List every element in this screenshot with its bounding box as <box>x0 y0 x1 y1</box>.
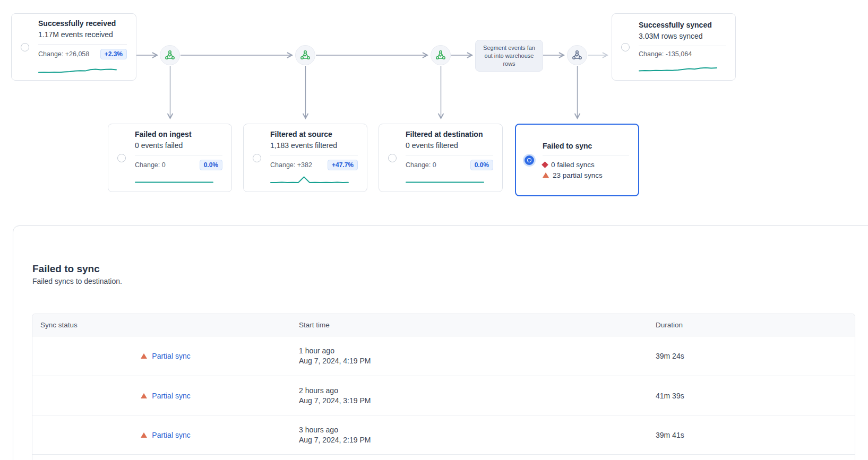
partial-syncs-count: 23 partial syncs <box>553 171 603 179</box>
warning-triangle-icon <box>543 172 549 178</box>
card-title: Successfully synced <box>639 20 726 30</box>
failed-to-sync-panel: Failed to sync Failed syncs to destinati… <box>13 225 868 460</box>
table-row: Partial sync 3 hours ago Aug 7, 2024, 2:… <box>32 415 855 454</box>
change-label: Change: 0 <box>406 161 436 169</box>
card-divider <box>543 155 629 155</box>
radio-successfully-received[interactable] <box>21 43 29 51</box>
sync-table: Sync status Start time Duration Partial … <box>32 314 855 460</box>
card-divider <box>135 155 222 155</box>
change-label: Change: +382 <box>270 161 312 169</box>
fanout-note: Segment events fan out into warehouse ro… <box>475 40 543 72</box>
warning-triangle-icon <box>141 432 147 438</box>
sparkline <box>135 175 213 187</box>
error-diamond-icon <box>542 161 548 168</box>
change-label: Change: +26,058 <box>38 50 89 58</box>
radio-successfully-synced[interactable] <box>621 43 630 51</box>
partial-sync-link[interactable]: Partial sync <box>152 352 190 360</box>
column-header-sync-status: Sync status <box>32 314 291 336</box>
card-subtitle: 0 events failed <box>135 141 222 151</box>
partial-sync-link[interactable]: Partial sync <box>152 392 190 400</box>
metric-card-filtered-at-destination[interactable]: Filtered at destination 0 events filtere… <box>379 124 503 192</box>
table-row: Partial sync 1 hour ago Aug 7, 2024, 4:1… <box>32 336 855 376</box>
table-row-partial <box>32 454 855 460</box>
metric-card-failed-to-sync[interactable]: Failed to sync 0 failed syncs 23 partial… <box>515 124 639 196</box>
column-header-duration: Duration <box>648 314 855 336</box>
card-divider <box>270 155 358 155</box>
radio-failed-to-sync[interactable] <box>525 155 534 165</box>
card-divider <box>639 46 726 46</box>
metric-card-successfully-received[interactable]: Successfully received 1.17M events recei… <box>11 13 136 81</box>
sparkline <box>38 64 117 76</box>
change-badge: +47.7% <box>328 160 358 170</box>
card-title: Filtered at destination <box>406 129 493 139</box>
card-divider <box>406 155 493 155</box>
radio-filtered-at-destination[interactable] <box>388 154 397 162</box>
duration-value: 41m 39s <box>656 392 855 400</box>
warning-triangle-icon <box>141 353 147 359</box>
metric-card-filtered-at-source[interactable]: Filtered at source 1,183 events filtered… <box>243 124 367 192</box>
pipeline-flow-diagram: Successfully received 1.17M events recei… <box>0 0 868 218</box>
card-title: Filtered at source <box>270 129 358 139</box>
delivery-overview-screen: Successfully received 1.17M events recei… <box>0 0 868 460</box>
change-badge: +2.3% <box>100 49 127 59</box>
sparkline <box>639 63 717 74</box>
card-subtitle: 1.17M events received <box>38 30 127 40</box>
sparkline <box>406 175 484 187</box>
start-time-relative: 3 hours ago <box>299 425 648 435</box>
card-title: Successfully received <box>38 19 127 28</box>
warning-triangle-icon <box>141 393 147 398</box>
change-label: Change: -135,064 <box>639 50 692 58</box>
table-row: Partial sync 2 hours ago Aug 7, 2024, 3:… <box>32 376 855 415</box>
radio-filtered-at-source[interactable] <box>253 154 261 162</box>
start-time-relative: 2 hours ago <box>299 386 648 396</box>
card-title: Failed to sync <box>543 141 629 151</box>
card-divider <box>38 44 127 45</box>
card-title: Failed on ingest <box>135 129 222 139</box>
duration-value: 39m 24s <box>656 352 855 360</box>
partial-sync-link[interactable]: Partial sync <box>152 431 190 439</box>
panel-title: Failed to sync <box>32 263 100 275</box>
metric-card-failed-on-ingest[interactable]: Failed on ingest 0 events failed Change:… <box>108 124 232 192</box>
sparkline <box>270 175 349 187</box>
panel-subtitle: Failed syncs to destination. <box>32 277 122 285</box>
event-node-icon <box>295 45 315 65</box>
event-node-icon <box>160 45 180 65</box>
warehouse-node-icon <box>567 45 587 65</box>
event-node-icon <box>431 45 451 65</box>
change-badge: 0.0% <box>200 160 222 170</box>
column-header-start-time: Start time <box>291 314 648 336</box>
radio-failed-on-ingest[interactable] <box>117 154 126 162</box>
change-badge: 0.0% <box>470 160 493 170</box>
table-header: Sync status Start time Duration <box>32 314 855 336</box>
failed-syncs-count: 0 failed syncs <box>551 161 595 169</box>
start-time-absolute: Aug 7, 2024, 3:19 PM <box>299 396 648 406</box>
start-time-absolute: Aug 7, 2024, 2:19 PM <box>299 435 648 445</box>
card-subtitle: 1,183 events filtered <box>270 141 358 151</box>
duration-value: 39m 41s <box>656 431 855 439</box>
card-subtitle: 3.03M rows synced <box>639 31 726 41</box>
card-subtitle: 0 events filtered <box>406 141 493 151</box>
metric-card-successfully-synced[interactable]: Successfully synced 3.03M rows synced Ch… <box>612 13 736 81</box>
start-time-relative: 1 hour ago <box>299 346 648 356</box>
start-time-absolute: Aug 7, 2024, 4:19 PM <box>299 356 648 366</box>
change-label: Change: 0 <box>135 161 166 169</box>
